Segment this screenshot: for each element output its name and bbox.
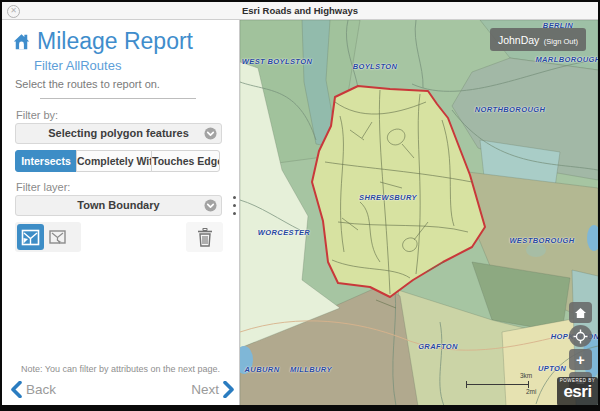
town-label: BOYLSTON (353, 62, 398, 71)
draw-polygon-tool-button[interactable] (17, 224, 44, 250)
top-bar: ✕ Esri Roads and Highways (2, 2, 598, 20)
back-label: Back (26, 382, 56, 397)
filter-layer-dropdown[interactable]: Town Boundary (15, 195, 222, 216)
town-label: GRAFTON (418, 342, 458, 351)
divider (40, 98, 196, 99)
chevron-down-icon (204, 199, 217, 212)
mileage-report-panel: Mileage Report Filter AllRoutes Select t… (2, 20, 240, 405)
filter-by-label: Filter by: (16, 109, 58, 121)
chevron-right-icon (223, 381, 234, 398)
select-polygon-icon (48, 229, 67, 246)
draw-polygon-icon (21, 229, 40, 246)
town-label: WEST BOYLSTON (242, 57, 312, 66)
page-title: Mileage Report (37, 28, 193, 55)
filter-layer-label: Filter layer: (16, 181, 70, 193)
instruction-text: Select the routes to report on. (15, 78, 160, 90)
draw-tool-group (15, 222, 81, 252)
scale-mi-label: 2mi (526, 388, 536, 395)
select-polygon-tool-button[interactable] (44, 224, 71, 250)
town-label: SHREWSBURY (359, 193, 417, 202)
app-window: ✕ Esri Roads and Highways Mileage Report… (0, 0, 600, 411)
town-label: AUBURN (245, 365, 280, 374)
scale-bar: 3km 2mi (462, 371, 544, 399)
next-label: Next (191, 382, 219, 397)
town-label: MILLBURY (290, 365, 332, 374)
scale-km-label: 3km (520, 372, 532, 379)
esri-logo: POWERED BY esri (557, 377, 598, 405)
filter-layer-value: Town Boundary (16, 196, 221, 215)
panel-resize-handle[interactable] (233, 196, 236, 215)
note-text: Note: You can filter by attributes on th… (2, 364, 239, 374)
town-label: NORTHBOROUGH (475, 105, 546, 114)
town-label: WORCESTER (258, 228, 310, 237)
chevron-down-icon (204, 127, 217, 140)
town-label: MARLBOROUGH (535, 55, 598, 64)
spatial-filter-segments: Intersects Completely Within Touches Edg… (15, 150, 222, 172)
close-icon[interactable]: ✕ (7, 5, 20, 18)
locate-button[interactable] (569, 325, 592, 347)
trash-icon (197, 228, 213, 247)
back-button[interactable]: Back (11, 381, 56, 398)
filter-by-dropdown[interactable]: Selecting polygon features (15, 123, 222, 144)
locate-icon (573, 329, 588, 344)
zoom-in-button[interactable]: + (569, 349, 592, 370)
touches-edge-button[interactable]: Touches Edge (151, 150, 220, 172)
home-extent-button[interactable] (569, 302, 592, 323)
signed-in-user-button[interactable]: JohnDay (Sign Out) (490, 28, 586, 51)
map-canvas[interactable]: WEST BOYLSTON BOYLSTON BERLIN MARLBOROUG… (240, 20, 598, 405)
user-name: JohnDay (498, 34, 539, 46)
app-title: Esri Roads and Highways (242, 5, 358, 16)
esri-brand: esri (557, 383, 598, 400)
clear-selection-button[interactable] (186, 222, 223, 252)
chevron-left-icon (11, 381, 22, 398)
town-label: WESTBOROUGH (509, 236, 574, 245)
next-button[interactable]: Next (191, 381, 234, 398)
intersects-button[interactable]: Intersects (15, 150, 77, 172)
sign-out-link[interactable]: (Sign Out) (544, 37, 578, 46)
home-icon (574, 307, 587, 319)
home-icon (10, 30, 33, 53)
page-subtitle: Filter AllRoutes (34, 58, 121, 73)
filter-by-value: Selecting polygon features (16, 124, 221, 143)
completely-within-button[interactable]: Completely Within (76, 150, 152, 172)
